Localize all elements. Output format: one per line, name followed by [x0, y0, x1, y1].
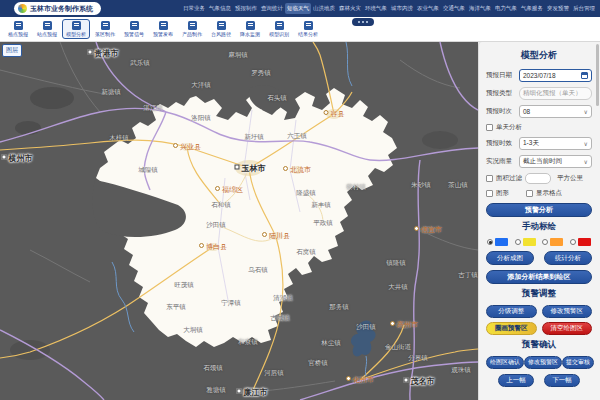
add-result-button[interactable]: 添加分析结果到绘区	[486, 270, 592, 284]
nav-item-3[interactable]: 查询统计	[259, 3, 285, 14]
grid-label: 显示格点	[536, 189, 562, 198]
nav-item-14[interactable]: 突发预警	[545, 3, 571, 14]
color-swatch	[495, 238, 508, 246]
type-label: 预报类型	[486, 89, 519, 98]
date-value: 2023/07/18	[523, 72, 556, 79]
area-filter-input[interactable]	[525, 173, 551, 184]
graph-checkbox[interactable]	[486, 190, 493, 197]
tool-label: 预警发布	[153, 31, 173, 37]
document-icon	[217, 21, 226, 30]
nav-item-8[interactable]: 城市内涝	[389, 3, 415, 14]
area-filter-label: 面积过滤	[496, 174, 522, 183]
nav-item-6[interactable]: 森林火灾	[337, 3, 363, 14]
app-logo-icon	[18, 4, 27, 13]
draw-color-option-0[interactable]	[487, 238, 508, 246]
quick-menu-button[interactable]	[352, 18, 374, 26]
document-icon	[101, 21, 110, 30]
time-label: 预报时次	[486, 107, 519, 116]
tool-item-0[interactable]: 格点预报	[4, 19, 32, 39]
tool-item-9[interactable]: 模型识别	[265, 19, 293, 39]
nav-item-9[interactable]: 农业气象	[415, 3, 441, 14]
color-radio[interactable]	[570, 239, 576, 245]
adjust-button-0[interactable]: 分级调整	[486, 305, 537, 318]
adjust-button-2[interactable]: 圈画预警区	[486, 322, 537, 335]
validity-value: 1-3天	[523, 139, 539, 148]
document-icon	[275, 21, 284, 30]
tool-label: 模型分析	[66, 31, 86, 37]
app-title: 玉林市业务制作系统	[30, 4, 93, 14]
tool-item-7[interactable]: 台风路径	[207, 19, 235, 39]
draw-color-options	[486, 238, 592, 246]
tool-item-3[interactable]: 落区制作	[91, 19, 119, 39]
map-canvas[interactable]: 贵港市横州市廉江市茂名市玉林市兴业县容县北流市福绵区陆川县博白县信宜市高州市化州…	[0, 42, 478, 400]
nav-item-13[interactable]: 气象服务	[519, 3, 545, 14]
tool-item-8[interactable]: 降水监测	[236, 19, 264, 39]
tool-item-5[interactable]: 预警发布	[149, 19, 177, 39]
nav-item-12[interactable]: 电力气象	[493, 3, 519, 14]
map-layer-button[interactable]: 图层	[2, 44, 22, 57]
color-radio[interactable]	[542, 239, 548, 245]
adjust-button-1[interactable]: 修改预警区	[542, 305, 593, 318]
time-select[interactable]: 08 ∨	[519, 105, 592, 118]
validity-select[interactable]: 1-3天 ∨	[519, 137, 592, 150]
analysis-panel: 模型分析 预报日期 2023/07/18 预报类型 精细化预报（单天） 预报时次…	[478, 42, 600, 400]
confirm-button-0[interactable]: 绘图区确认	[486, 356, 524, 369]
analysis-image-button[interactable]: 分析成图	[486, 251, 534, 265]
document-icon	[304, 21, 313, 30]
nav-item-0[interactable]: 日常业务	[181, 3, 207, 14]
analyze-button[interactable]: 预警分析	[486, 203, 592, 217]
tool-label: 模型识别	[269, 31, 289, 37]
draw-color-option-2[interactable]	[542, 238, 563, 246]
rain-label: 实况雨量	[486, 157, 519, 166]
map-terrain	[0, 42, 478, 400]
draw-color-option-1[interactable]	[515, 238, 536, 246]
color-swatch	[523, 238, 536, 246]
area-filter-checkbox[interactable]	[486, 175, 493, 182]
nav-item-10[interactable]: 交通气象	[441, 3, 467, 14]
grid-checkbox[interactable]	[526, 190, 533, 197]
tool-item-4[interactable]: 预警信号	[120, 19, 148, 39]
area-filter-unit: 平方公里	[557, 174, 583, 183]
adjust-section-title: 预警调整	[486, 288, 592, 300]
nav-item-15[interactable]: 后台管理	[571, 3, 597, 14]
next-button[interactable]: 下一幅	[544, 374, 580, 387]
tool-label: 站点预报	[37, 31, 57, 37]
date-input[interactable]: 2023/07/18	[519, 69, 592, 82]
tool-item-10[interactable]: 结果分析	[294, 19, 322, 39]
draw-color-option-3[interactable]	[570, 238, 591, 246]
adjust-button-3[interactable]: 清空绘图区	[542, 322, 593, 335]
panel-scrollbar[interactable]	[596, 44, 599, 106]
color-radio[interactable]	[487, 239, 493, 245]
tool-item-2[interactable]: 模型分析	[62, 19, 90, 39]
tool-label: 预警信号	[124, 31, 144, 37]
tool-label: 结果分析	[298, 31, 318, 37]
previous-button[interactable]: 上一幅	[498, 374, 534, 387]
document-icon	[246, 21, 255, 30]
rain-select[interactable]: 截止当前时间 ∨	[519, 155, 592, 168]
chevron-down-icon: ∨	[584, 108, 588, 115]
single-day-label: 单天分析	[496, 123, 522, 132]
nav-item-5[interactable]: 山洪地质	[311, 3, 337, 14]
calendar-icon[interactable]	[581, 72, 588, 79]
nav-item-4[interactable]: 短临天气	[285, 3, 311, 14]
validity-label: 预报时效	[486, 139, 519, 148]
nav-item-7[interactable]: 环境气象	[363, 3, 389, 14]
toolbar: 格点预报站点预报模型分析落区制作预警信号预警发布产品制作台风路径降水监测模型识别…	[0, 17, 600, 42]
tool-label: 台风路径	[211, 31, 231, 37]
document-icon	[72, 21, 81, 30]
tool-label: 落区制作	[95, 31, 115, 37]
type-value: 精细化预报（单天）	[523, 89, 582, 98]
nav-item-1[interactable]: 气象信息	[207, 3, 233, 14]
document-icon	[159, 21, 168, 30]
statistics-button[interactable]: 统计分析	[544, 251, 592, 265]
single-day-checkbox[interactable]	[486, 124, 493, 131]
tool-item-6[interactable]: 产品制作	[178, 19, 206, 39]
adjust-buttons: 分级调整修改预警区圈画预警区清空绘图区	[486, 305, 592, 335]
confirm-button-1[interactable]: 修改预警区	[524, 356, 562, 369]
color-radio[interactable]	[515, 239, 521, 245]
tool-item-1[interactable]: 站点预报	[33, 19, 61, 39]
graph-label: 图形	[496, 189, 526, 198]
nav-item-11[interactable]: 海洋气象	[467, 3, 493, 14]
nav-item-2[interactable]: 预报制作	[233, 3, 259, 14]
confirm-button-2[interactable]: 提交审核	[562, 356, 594, 369]
